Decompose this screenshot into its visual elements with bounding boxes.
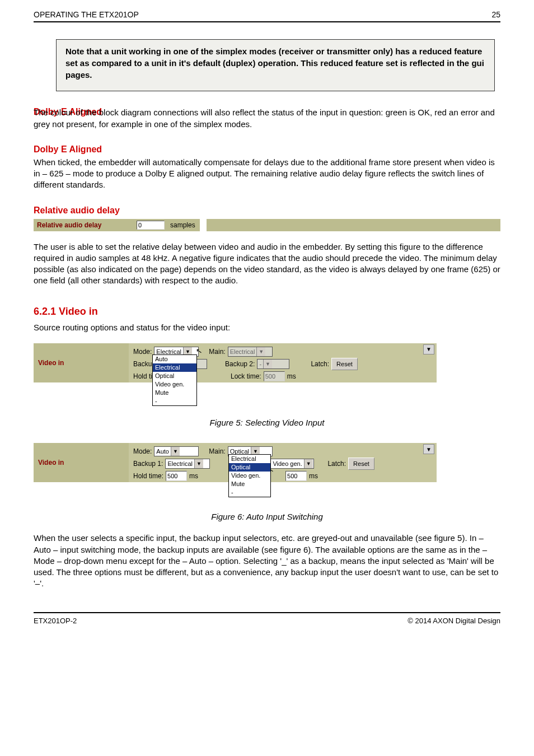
dolbye-heading2: Dolby E Aligned xyxy=(34,144,500,155)
reset-button-fig6[interactable]: Reset xyxy=(348,458,374,470)
mode-label: Mode: xyxy=(133,348,152,356)
relad-heading: Relative audio delay xyxy=(34,206,500,216)
expand-button-fig6[interactable]: ▼ xyxy=(423,444,434,454)
backup2-label: Backup 2: xyxy=(225,360,255,368)
expand-button-fig5[interactable]: ▼ xyxy=(423,344,434,354)
figure6-caption: Figure 6: Auto Input Switching xyxy=(34,511,500,522)
relad-value-input[interactable] xyxy=(137,221,165,230)
mode-dropdown-open-fig5[interactable]: Auto Electrical Optical Video gen. Mute … xyxy=(152,354,197,406)
block-diagram-paragraph: The colour of the block diagram connecti… xyxy=(34,107,500,130)
main-opt-dash[interactable]: - xyxy=(229,488,270,497)
page-header-left: OPERATING THE ETX201OP xyxy=(34,10,139,19)
relad-unit: samples xyxy=(165,221,195,229)
mode-opt-dash[interactable]: - xyxy=(153,397,196,405)
main-label: Main: xyxy=(209,348,225,356)
backup2-select-fig6[interactable]: Video gen.▼ xyxy=(270,459,314,469)
relad-paragraph: The user is able to set the relative del… xyxy=(34,241,500,287)
reset-button-fig5[interactable]: Reset xyxy=(331,358,358,370)
ms-unit2: ms xyxy=(287,372,296,380)
mode-opt-auto[interactable]: Auto xyxy=(153,355,196,363)
dolbye-paragraph: When ticked, the embedder will automatic… xyxy=(34,157,500,191)
holdtime-input-fig6[interactable] xyxy=(166,471,187,481)
holdtime-label6: Hold time: xyxy=(133,472,163,480)
ms-unit3: ms xyxy=(189,472,198,480)
main-opt-mute[interactable]: Mute xyxy=(229,480,270,488)
locktime-label: Lock time: xyxy=(231,372,261,380)
backup2-select-fig5: -▼ xyxy=(257,359,289,369)
mode-opt-videogen[interactable]: Video gen. xyxy=(153,380,196,389)
latch-label: Latch: xyxy=(311,360,329,368)
main-opt-videogen[interactable]: Video gen. xyxy=(229,472,270,480)
latch-label6: Latch: xyxy=(327,460,346,468)
mode-opt-electrical[interactable]: Electrical xyxy=(153,363,196,372)
ms-unit4: ms xyxy=(309,472,318,480)
backup1-select-fig6[interactable]: Electrical▼ xyxy=(165,459,210,469)
main-select-fig5: Electrical▼ xyxy=(228,347,273,357)
videoin-label-fig5: Video in xyxy=(34,343,129,382)
section-6-2-1-heading: 6.2.1 Video in xyxy=(34,306,500,318)
mode-opt-optical[interactable]: Optical xyxy=(153,372,196,380)
backup1-label6: Backup 1: xyxy=(133,460,163,468)
relative-audio-delay-strip: Relative audio delay samples xyxy=(34,219,500,231)
locktime-input-fig5 xyxy=(264,371,285,381)
footer-left: ETX201OP-2 xyxy=(34,617,77,625)
mode-label6: Mode: xyxy=(133,447,152,455)
page-number: 25 xyxy=(491,10,500,19)
figure5-panel: Video in ▼ Mode: Electrical▼ Main: Elect… xyxy=(34,343,437,382)
main-opt-optical[interactable]: Optical xyxy=(229,463,270,472)
relad-strip-label: Relative audio delay xyxy=(34,219,132,231)
footer-right: © 2014 AXON Digital Design xyxy=(407,617,500,625)
note-box: Note that a unit working in one of the s… xyxy=(56,39,495,91)
videoin-label-fig6: Video in xyxy=(34,443,129,482)
mode-opt-mute[interactable]: Mute xyxy=(153,389,196,397)
section-intro: Source routing options and status for th… xyxy=(34,322,500,333)
figure6-panel: Video in ▼ Mode: Auto▼ Main: Optical▼ Ba… xyxy=(34,443,437,482)
locktime-input-fig6[interactable] xyxy=(285,471,307,481)
figure5-caption: Figure 5: Selecting Video Input xyxy=(34,417,500,428)
main-label6: Main: xyxy=(209,447,225,455)
main-dropdown-open-fig6[interactable]: Electrical Optical Video gen. Mute - xyxy=(228,454,271,497)
main-opt-electrical[interactable]: Electrical xyxy=(229,455,270,463)
closing-paragraph: When the user selects a specific input, … xyxy=(34,533,500,589)
mode-select-fig6[interactable]: Auto▼ xyxy=(154,446,199,456)
